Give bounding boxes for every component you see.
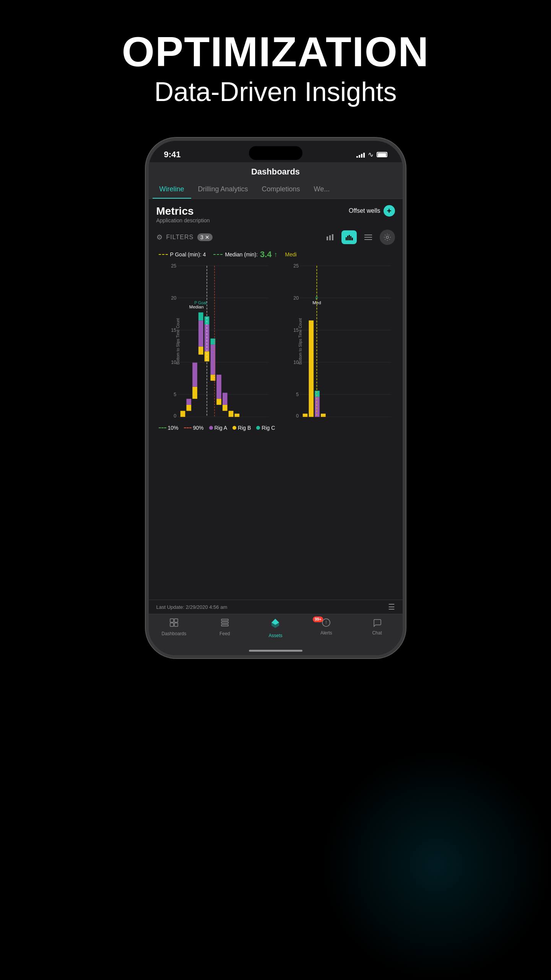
median-value: 3.4	[260, 249, 272, 259]
svg-rect-28	[192, 363, 197, 387]
dynamic-island	[249, 146, 302, 160]
svg-rect-7	[352, 238, 353, 240]
svg-text:Median: Median	[189, 305, 203, 309]
svg-rect-0	[327, 236, 328, 240]
metrics-title: Metrics	[156, 205, 210, 217]
svg-rect-39	[216, 375, 221, 399]
metrics-subtitle: Application description	[156, 217, 210, 223]
svg-rect-5	[349, 235, 350, 240]
svg-text:20: 20	[293, 295, 299, 301]
tab-drilling-analytics[interactable]: Drilling Analytics	[191, 180, 255, 199]
y-axis-title-2: Bottom to Slips Time Count	[298, 318, 302, 364]
metrics-info: Metrics Application description	[156, 205, 210, 223]
svg-text:10: 10	[171, 360, 176, 365]
svg-rect-73	[221, 622, 228, 623]
svg-rect-31	[198, 312, 203, 320]
rig-c-dot	[256, 426, 260, 430]
filter-badge[interactable]: 3 ✕	[197, 233, 213, 241]
chart-area: P Goal (min): 4 Median (min): 3.4 ↑ Medi	[149, 248, 403, 600]
tab-completions[interactable]: Completions	[255, 180, 307, 199]
svg-rect-68	[170, 619, 174, 622]
svg-text:15: 15	[293, 328, 299, 333]
medi-label-partial: Medi	[285, 251, 297, 258]
home-indicator	[149, 646, 403, 655]
alerts-nav-icon: ! 99+	[322, 618, 331, 629]
status-icons: ∿	[356, 150, 387, 159]
alerts-nav-label: Alerts	[320, 630, 332, 636]
nav-item-alerts[interactable]: ! 99+ Alerts	[301, 618, 352, 638]
svg-rect-41	[223, 393, 228, 405]
svg-rect-43	[234, 414, 239, 417]
nav-item-feed[interactable]: Feed	[199, 618, 250, 638]
offset-wells-add-button[interactable]: +	[384, 205, 395, 217]
svg-rect-3	[346, 237, 347, 240]
svg-text:15: 15	[171, 328, 176, 333]
signal-icon	[356, 152, 365, 158]
chart-svg-2: 25 20 15 10 5 0	[276, 261, 397, 422]
app-title: Dashboards	[251, 167, 300, 176]
rig-b-dot	[232, 426, 236, 430]
chat-nav-icon	[372, 618, 382, 629]
svg-rect-38	[216, 399, 221, 405]
phone-frame: 9:41 ∿ Dashboards	[146, 138, 406, 658]
chart-panel-2: Bottom to Slips Time Count 25 20 15 10 5	[276, 261, 397, 422]
legend-rig-c: Rig C	[256, 425, 275, 431]
svg-rect-30	[198, 320, 203, 346]
rig-a-label: Rig A	[215, 425, 227, 431]
svg-point-11	[386, 236, 388, 238]
settings-button[interactable]	[380, 230, 395, 245]
y-axis-title-1: Bottom to Slips Time Count	[176, 318, 180, 364]
battery-icon	[377, 152, 387, 157]
svg-text:25: 25	[293, 263, 299, 269]
svg-rect-71	[174, 623, 178, 626]
svg-text:0: 0	[174, 414, 176, 419]
legend-90pct: 90%	[184, 425, 204, 431]
filters-label: FILTERS	[166, 234, 194, 241]
main-subtitle: Data-Driven Insights	[122, 77, 429, 107]
alerts-badge: 99+	[313, 616, 323, 622]
histogram-view-button[interactable]	[341, 230, 357, 244]
svg-rect-9	[364, 237, 372, 238]
svg-rect-27	[192, 387, 197, 399]
nav-bar: Dashboards	[149, 162, 403, 180]
filters-bar: ⚙ FILTERS 3 ✕	[149, 227, 403, 248]
assets-nav-icon	[270, 618, 281, 631]
bottom-legend: 10% 90% Rig A Rig B	[153, 422, 399, 434]
tab-we[interactable]: We...	[307, 180, 337, 199]
last-update-text: Last Update: 2/29/2020 4:56 am	[156, 604, 228, 610]
svg-text:25: 25	[171, 263, 176, 269]
median-trend-icon: ↑	[274, 251, 278, 259]
svg-rect-61	[309, 320, 314, 417]
p-goal-line-icon	[159, 254, 168, 255]
svg-text:5: 5	[174, 392, 176, 397]
list-view-button[interactable]	[361, 230, 376, 244]
median-line-icon	[213, 254, 223, 255]
main-title: OPTIMIZATION	[122, 31, 429, 73]
feed-nav-icon	[220, 618, 229, 629]
assets-nav-label: Assets	[268, 633, 282, 638]
offset-wells[interactable]: Offset wells +	[349, 205, 395, 217]
nav-item-assets[interactable]: Assets	[250, 618, 301, 638]
legend-rig-a: Rig A	[209, 425, 227, 431]
charts-container: Bottom to Slips Time Count 25 20 15 10 5	[153, 261, 399, 422]
menu-icon[interactable]: ☰	[388, 602, 395, 611]
svg-text:0: 0	[296, 414, 299, 419]
chart-svg-1: 25 20 15 10 5 0	[154, 261, 275, 422]
svg-rect-29	[198, 347, 203, 355]
nav-item-dashboards[interactable]: Dashboards	[149, 618, 200, 638]
svg-rect-40	[223, 405, 228, 411]
svg-rect-6	[350, 236, 351, 240]
svg-rect-24	[180, 411, 185, 417]
median-legend: Median (min): 3.4 ↑	[213, 249, 277, 259]
bottom-nav: Dashboards Feed	[149, 614, 403, 646]
chart-legend-top: P Goal (min): 4 Median (min): 3.4 ↑ Medi	[153, 248, 399, 261]
legend-10pct-line	[159, 427, 166, 428]
svg-rect-70	[170, 623, 174, 626]
bar-chart-view-button[interactable]	[322, 230, 338, 244]
phone-screen: 9:41 ∿ Dashboards	[149, 141, 403, 655]
offset-wells-label: Offset wells	[349, 207, 380, 214]
tab-wireline[interactable]: Wireline	[153, 180, 191, 199]
nav-item-chat[interactable]: Chat	[352, 618, 403, 638]
svg-rect-10	[364, 239, 372, 240]
svg-text:5: 5	[296, 392, 299, 397]
